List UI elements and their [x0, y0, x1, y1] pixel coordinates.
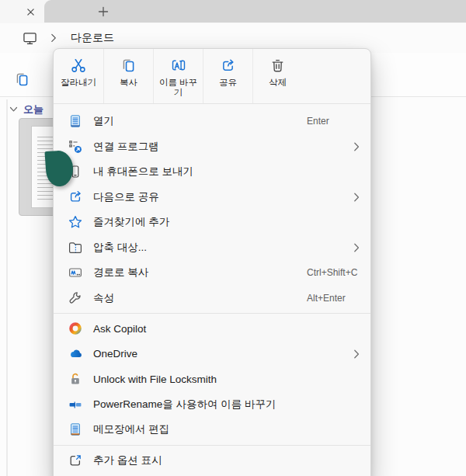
menu-item-add-to-favorites[interactable]: 즐겨찾기에 추가 [54, 210, 370, 235]
context-menu: 잘라내기복사이름 바꾸기공유삭제 열기Enter연결 프로그램내 휴대폰으로 보… [53, 48, 371, 476]
copilot-icon [68, 321, 83, 336]
notepad-edit-icon [68, 422, 83, 437]
menu-item-share-with[interactable]: 다음으로 공유 [54, 185, 370, 210]
command-label: 공유 [206, 78, 251, 88]
menu-item-ask-copilot[interactable]: Ask Copilot [54, 316, 370, 342]
toolbar-copy-button[interactable] [14, 71, 30, 88]
menu-item-label: 속성 [93, 291, 114, 305]
powerrename-icon [68, 397, 83, 412]
menu-item-label: 내 휴대폰으로 보내기 [93, 165, 193, 179]
menu-item-shortcut: Alt+Enter [307, 293, 346, 304]
pane-divider [6, 99, 8, 476]
command-label: 이름 바꾸기 [156, 78, 201, 98]
tab-bar-background [44, 0, 466, 23]
share-icon [220, 56, 236, 75]
menu-item-open-with[interactable]: 연결 프로그램 [54, 134, 370, 160]
menu-item-open[interactable]: 열기Enter [54, 109, 370, 134]
menu-item-powerrename[interactable]: PowerRename을 사용하여 이름 바꾸기 [54, 392, 370, 418]
menu-item-label: PowerRename을 사용하여 이름 바꾸기 [93, 398, 276, 412]
menu-item-label: 연결 프로그램 [93, 140, 159, 154]
menu-item-label: 추가 옵션 표시 [93, 453, 162, 467]
menu-item-onedrive[interactable]: OneDrive [54, 342, 370, 367]
chevron-down-icon [9, 106, 18, 113]
submenu-chevron-icon [353, 349, 360, 359]
menu-item-label: 경로로 복사 [93, 266, 148, 280]
menu-separator [54, 313, 370, 314]
menu-item-shortcut: Enter [307, 116, 329, 127]
command-label: 잘라내기 [56, 78, 101, 88]
trash-icon [270, 56, 286, 75]
menu-item-file-locksmith[interactable]: Unlock with File Locksmith [54, 367, 370, 392]
tab-bar [0, 0, 466, 23]
command-label: 삭제 [256, 78, 301, 88]
menu-separator [54, 445, 370, 446]
menu-item-label: Ask Copilot [93, 323, 146, 335]
tab-downloads[interactable] [0, 0, 44, 23]
command-cut-button[interactable]: 잘라내기 [54, 49, 103, 103]
quick-command-row: 잘라내기복사이름 바꾸기공유삭제 [54, 49, 370, 104]
menu-item-properties[interactable]: 속성Alt+Enter [54, 286, 370, 311]
wrench-icon [68, 290, 83, 306]
file-explorer-window: 다운로드 오늘 잘라내기복사이름 바꾸기공유삭제 열기Enter연결 프로그램내… [0, 0, 466, 476]
command-rename-button[interactable]: 이름 바꾸기 [153, 49, 203, 103]
rename-icon [170, 56, 187, 75]
menu-item-send-to-phone[interactable]: 내 휴대폰으로 보내기 [54, 159, 370, 185]
plus-icon [98, 6, 109, 17]
tab-close-button[interactable] [24, 5, 37, 18]
menu-item-show-more-options[interactable]: 추가 옵션 표시 [54, 448, 370, 474]
onedrive-icon [68, 346, 83, 362]
menu-item-compress-to[interactable]: 압축 대상... [54, 235, 370, 261]
open-with-icon [68, 139, 83, 155]
group-header-today[interactable]: 오늘 [9, 102, 43, 116]
menu-item-label: 다음으로 공유 [93, 190, 159, 204]
command-delete-button[interactable]: 삭제 [252, 49, 302, 103]
close-icon [26, 8, 35, 16]
command-label: 복사 [106, 78, 151, 88]
new-tab-button[interactable] [97, 5, 110, 18]
menu-item-shortcut: Ctrl+Shift+C [307, 267, 357, 278]
more-options-icon [68, 453, 83, 468]
submenu-chevron-icon [353, 141, 360, 151]
menu-item-label: 메모장에서 편집 [93, 422, 169, 436]
group-label: 오늘 [23, 102, 43, 116]
breadcrumb-location[interactable]: 다운로드 [71, 31, 114, 45]
star-icon [68, 214, 83, 230]
share-icon [68, 189, 83, 205]
menu-item-label: Unlock with File Locksmith [93, 374, 217, 385]
scissors-icon [70, 56, 87, 75]
path-icon [68, 265, 83, 280]
menu-item-label: OneDrive [93, 348, 137, 360]
command-copy-button[interactable]: 복사 [103, 49, 153, 103]
zip-folder-icon [68, 240, 83, 255]
menu-item-label: 즐겨찾기에 추가 [93, 215, 169, 229]
submenu-chevron-icon [353, 242, 360, 252]
command-share-button[interactable]: 공유 [203, 49, 252, 103]
menu-item-edit-in-notepad[interactable]: 메모장에서 편집 [54, 417, 370, 443]
menu-item-list: 열기Enter연결 프로그램내 휴대폰으로 보내기다음으로 공유즐겨찾기에 추가… [54, 104, 370, 473]
padlock-icon [68, 371, 83, 387]
notepad-icon [68, 113, 83, 129]
menu-item-label: 압축 대상... [93, 241, 147, 255]
chevron-right-icon [50, 33, 57, 43]
copy-icon [14, 71, 30, 88]
menu-item-label: 열기 [93, 114, 114, 128]
submenu-chevron-icon [353, 192, 360, 202]
menu-item-copy-as-path[interactable]: 경로로 복사Ctrl+Shift+C [54, 260, 370, 286]
monitor-icon[interactable] [22, 30, 38, 47]
copy-icon [120, 56, 137, 75]
